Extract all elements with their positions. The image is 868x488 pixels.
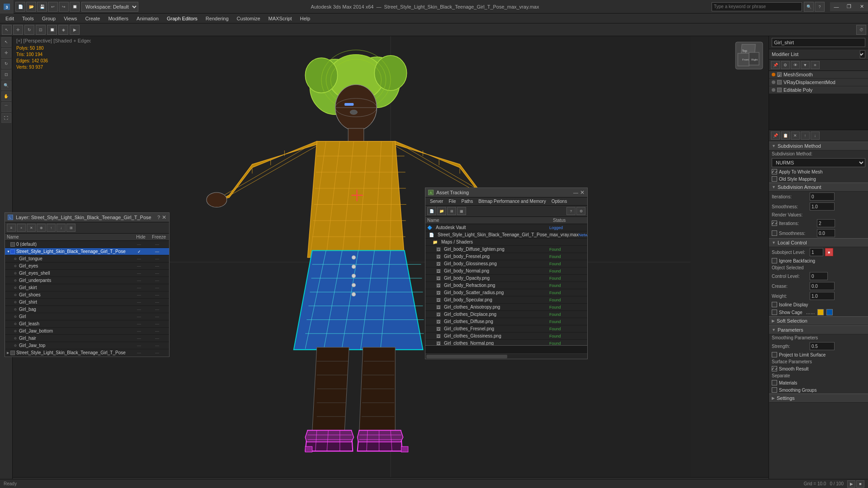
menu-help[interactable]: Help <box>297 14 314 23</box>
asset-scrollbar[interactable] <box>425 353 587 359</box>
render-scene-icon[interactable]: ▶ <box>70 25 80 35</box>
materials-check[interactable] <box>772 380 777 385</box>
asset-clothes-fresnel[interactable]: 🖼 Girl_clothes_Fresnel.png Found <box>425 325 587 333</box>
snap-icon[interactable]: 🔲 <box>47 25 57 35</box>
render-smoothness-check[interactable] <box>772 230 777 236</box>
layer-tb-expand[interactable]: ⊞ <box>66 224 75 232</box>
layer-item-street-style[interactable]: ▼ Street_Style_Light_Skin_Black_Teenage_… <box>5 248 169 255</box>
save-file-icon[interactable]: 💾 <box>37 2 47 12</box>
subdivision-method-select[interactable]: NURMS <box>772 158 865 167</box>
ignore-backfacing-check[interactable] <box>772 258 777 263</box>
layer-item-skirt[interactable]: ⊙ Girl_skirt — — <box>5 284 169 291</box>
open-file-icon[interactable]: 📂 <box>26 2 36 12</box>
layer-tb-hide[interactable]: ⊕ <box>37 224 46 232</box>
asset-body-glossiness[interactable]: 🖼 Girl_body_Glossiness.png Found <box>425 260 587 267</box>
layer-item-shoes[interactable]: ⊙ Girl_shoes — — <box>5 291 169 299</box>
mod-tb-delete[interactable]: ✕ <box>791 131 800 140</box>
redo-icon[interactable]: ↪ <box>59 2 69 12</box>
layer-close-icon[interactable]: ✕ <box>162 214 166 221</box>
layer-item-default[interactable]: 0 (default) — — <box>5 241 169 248</box>
lt-rotate-icon[interactable]: ↻ <box>1 59 11 69</box>
modifier-list-dropdown[interactable] <box>860 50 865 58</box>
old-style-mapping-check[interactable] <box>772 176 777 182</box>
cage-color-2[interactable] <box>826 309 833 315</box>
layer-tb-menu[interactable]: ≡ <box>7 224 16 232</box>
asset-clothes-glossiness[interactable]: 🖼 Girl_clothes_Glossiness.png Found <box>425 333 587 340</box>
render-iterations-check[interactable]: ✓ <box>772 221 777 226</box>
asset-vault[interactable]: 🔷 Autodesk Vault Logged <box>425 224 587 231</box>
time-config-icon[interactable]: ⏱ <box>856 25 866 35</box>
asset-tb-new[interactable]: 📄 <box>427 207 436 215</box>
nav-cube[interactable]: Top Front Right <box>733 40 765 71</box>
isoline-check[interactable] <box>772 302 777 307</box>
render-smoothness-input[interactable] <box>817 229 835 237</box>
cage-color-1[interactable] <box>817 309 824 315</box>
lt-pan-icon[interactable]: ✋ <box>1 91 11 101</box>
menu-tools[interactable]: Tools <box>19 14 38 23</box>
menu-maxscript[interactable]: MAXScript <box>265 14 296 23</box>
search-icon[interactable]: 🔍 <box>804 2 814 12</box>
layer-item-jaw-top[interactable]: ⊙ Girl_Jaw_top — — <box>5 342 169 349</box>
modifier-meshsmooth[interactable]: MeshSmooth <box>769 71 868 79</box>
parameters-section[interactable]: ▼ Parameters <box>769 325 868 334</box>
asset-clothes-normal[interactable]: 🖼 Girl_clothes_Normal.png Found <box>425 340 587 345</box>
mod-tb-pin[interactable]: 📌 <box>771 131 780 140</box>
close-button[interactable]: ✕ <box>855 2 868 11</box>
menu-customize[interactable]: Customize <box>233 14 264 23</box>
mod-pin-icon[interactable]: 📌 <box>771 61 780 69</box>
mod-tb-move-down[interactable]: ↓ <box>811 131 820 140</box>
lt-arc-icon[interactable]: ⌒ <box>1 102 11 112</box>
asset-menu-bitmap[interactable]: Bitmap Performance and Memory <box>476 198 549 204</box>
asset-body-scatter[interactable]: 🖼 Girl_body_Scatter_radius.png Found <box>425 289 587 296</box>
subdivision-method-section[interactable]: ▼ Subdivision Method <box>769 141 868 150</box>
rotate-icon[interactable]: ↻ <box>24 25 34 35</box>
menu-animation[interactable]: Animation <box>133 14 162 23</box>
settings-section[interactable]: ▶ Settings <box>769 394 868 403</box>
show-cage-check[interactable] <box>772 310 777 315</box>
stop-icon[interactable]: ■ <box>856 480 864 488</box>
asset-menu-options[interactable]: Options <box>549 198 570 204</box>
asset-max-file[interactable]: 📄 Street_Style_Light_Skin_Black_Teenage_… <box>425 231 587 239</box>
object-name-input[interactable] <box>772 38 865 47</box>
layer-item-street-bottom[interactable]: ▶ Street_Style_Light_Skin_Black_Teenage_… <box>5 349 169 357</box>
layer-item-jaw-bottom[interactable]: ⊙ Girl_Jaw_bottom — — <box>5 328 169 335</box>
move-icon[interactable]: ✛ <box>13 25 23 35</box>
menu-graph-editors[interactable]: Graph Editors <box>163 14 201 23</box>
layer-tb-delete[interactable]: ✕ <box>27 224 36 232</box>
mod-show-icon[interactable]: 👁 <box>791 61 800 69</box>
lt-move-icon[interactable]: ✛ <box>1 48 11 58</box>
asset-clothes-anisotropy[interactable]: 🖼 Girl_clothes_Anisotropy.png Found <box>425 304 587 311</box>
lt-select-icon[interactable]: ↖ <box>1 37 11 47</box>
asset-menu-file[interactable]: File <box>446 198 458 204</box>
new-file-icon[interactable]: 📄 <box>15 2 25 12</box>
asset-tb-grid[interactable]: ⊞ <box>447 207 456 215</box>
layer-item-bag[interactable]: ⊙ Girl_bag — — <box>5 306 169 313</box>
layer-tb-up[interactable]: ↑ <box>47 224 56 232</box>
mod-tb-copy[interactable]: 📋 <box>781 131 790 140</box>
modifier-vray-displacement[interactable]: VRayDisplacementMod <box>769 79 868 86</box>
asset-maps-folder[interactable]: 📁 Maps / Shaders <box>425 239 587 246</box>
asset-menu-paths[interactable]: Paths <box>459 198 476 204</box>
menu-edit[interactable]: Edit <box>2 14 18 23</box>
subobject-input[interactable] <box>810 248 823 256</box>
menu-rendering[interactable]: Rendering <box>202 14 232 23</box>
iterations-input[interactable] <box>810 192 835 201</box>
asset-body-refraction[interactable]: 🖼 Girl_body_Refraction.png Found <box>425 282 587 289</box>
modifier-editable-poly[interactable]: Editable Poly <box>769 86 868 94</box>
search-input[interactable] <box>712 2 802 11</box>
layer-item-tongue[interactable]: ⊙ Girl_tongue — — <box>5 255 169 263</box>
local-control-section[interactable]: ▼ Local Control <box>769 238 868 247</box>
layer-tb-add[interactable]: + <box>17 224 26 232</box>
render-iterations-input[interactable] <box>817 219 835 227</box>
mod-more-icon[interactable]: ≡ <box>811 61 820 69</box>
restore-button[interactable]: ❐ <box>843 2 855 11</box>
smoothness-input[interactable] <box>810 202 835 211</box>
smoothing-groups-check[interactable] <box>772 387 777 393</box>
menu-views[interactable]: Views <box>60 14 80 23</box>
asset-tb-help[interactable]: ? <box>566 207 576 215</box>
layer-item-girl[interactable]: ⊙ Girl — — <box>5 313 169 320</box>
lt-zoom-icon[interactable]: 🔍 <box>1 80 11 90</box>
asset-tb-folder[interactable]: 📁 <box>437 207 446 215</box>
menu-group[interactable]: Group <box>38 14 60 23</box>
material-icon[interactable]: ◈ <box>58 25 68 35</box>
